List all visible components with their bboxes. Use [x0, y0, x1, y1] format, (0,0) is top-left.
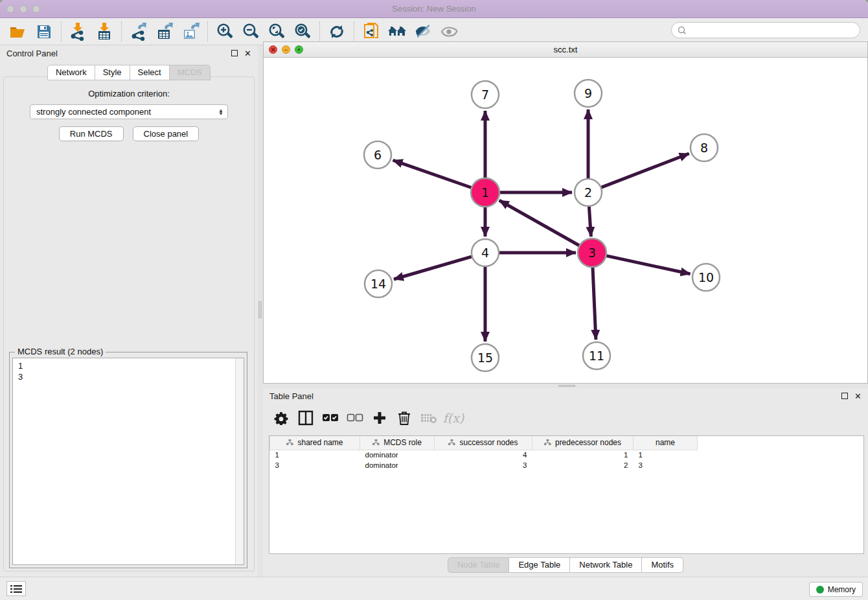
float-panel-button[interactable]	[231, 49, 238, 58]
search-input[interactable]	[671, 22, 860, 38]
vertical-splitter[interactable]	[258, 45, 263, 577]
node-11[interactable]: 11	[583, 342, 610, 369]
export-network-button[interactable]	[126, 20, 152, 43]
tab-edge-table[interactable]: Edge Table	[509, 557, 570, 573]
zoom-selected-button[interactable]	[290, 20, 315, 43]
svg-text:11: 11	[589, 349, 604, 363]
network-graph-canvas[interactable]: 1234678910111415	[264, 58, 867, 383]
zoom-fit-button[interactable]	[264, 20, 290, 43]
float-table-panel-button[interactable]	[841, 392, 848, 400]
criterion-select[interactable]: strongly connected component ▲▼	[30, 104, 228, 119]
zoom-in-button[interactable]	[212, 20, 238, 43]
hide-details-button[interactable]	[410, 20, 436, 43]
run-mcds-button[interactable]: Run MCDS	[59, 126, 124, 141]
add-column-button[interactable]	[368, 407, 391, 429]
cell-shared-name[interactable]: 3	[270, 460, 360, 470]
close-panel-button-bottom[interactable]: Close panel	[133, 126, 200, 141]
tab-mcds[interactable]: MCDS	[170, 65, 211, 80]
tab-select[interactable]: Select	[130, 65, 170, 80]
import-network-button[interactable]	[65, 20, 91, 43]
cell-predecessor-nodes[interactable]: 1	[532, 450, 634, 460]
cell-name[interactable]: 3	[634, 460, 698, 470]
column-label: successor nodes	[459, 438, 518, 447]
node-10[interactable]: 10	[692, 264, 720, 291]
result-scrollbar[interactable]	[235, 358, 244, 564]
cell-shared-name[interactable]: 1	[270, 450, 360, 460]
close-panel-button[interactable]: ✕	[244, 49, 251, 58]
delete-column-button[interactable]	[393, 407, 416, 429]
close-table-panel-button[interactable]: ✕	[854, 392, 862, 400]
refresh-layout-button[interactable]	[324, 20, 350, 43]
column-header-shared-name[interactable]: shared name	[270, 436, 360, 450]
node-6[interactable]: 6	[364, 141, 391, 168]
node-1[interactable]: 1	[471, 178, 499, 207]
zoom-out-button[interactable]	[238, 20, 264, 43]
export-table-button[interactable]	[152, 20, 177, 43]
export-network-icon	[130, 23, 148, 41]
application-window: Session: New Session	[0, 0, 868, 600]
table-options-button[interactable]	[269, 407, 293, 429]
node-15[interactable]: 15	[472, 344, 499, 371]
function-builder-button[interactable]: f(x)	[442, 407, 465, 429]
horizontal-splitter[interactable]	[263, 384, 868, 388]
cell-successor-nodes[interactable]: 4	[435, 450, 532, 460]
node-8[interactable]: 8	[691, 134, 718, 161]
node-2[interactable]: 2	[575, 179, 602, 206]
tab-style[interactable]: Style	[95, 65, 130, 80]
node-7[interactable]: 7	[472, 81, 499, 108]
node-14[interactable]: 14	[365, 270, 392, 297]
edge-3-11[interactable]	[593, 267, 596, 340]
splitter-grip[interactable]	[558, 385, 575, 387]
houses-icon	[387, 24, 407, 40]
tab-network[interactable]: Network	[47, 65, 95, 80]
eye-slash-icon	[414, 23, 432, 40]
cell-successor-nodes[interactable]: 3	[435, 460, 532, 470]
memory-button[interactable]: Memory	[809, 582, 863, 597]
svg-text:10: 10	[698, 270, 714, 284]
tab-node-table[interactable]: Node Table	[448, 557, 510, 573]
cell-predecessor-nodes[interactable]: 2	[532, 460, 634, 470]
cell-mcds-role[interactable]: dominator	[360, 460, 435, 470]
column-header-successor-nodes[interactable]: successor nodes	[435, 436, 532, 450]
tab-motifs[interactable]: Motifs	[642, 557, 683, 573]
cell-mcds-role[interactable]: dominator	[360, 450, 435, 460]
show-column-button[interactable]	[294, 407, 317, 429]
control-panel: Control Panel ✕ NetworkStyleSelectMCDS O…	[0, 45, 258, 577]
export-image-button[interactable]	[177, 20, 203, 43]
node-9[interactable]: 9	[575, 80, 602, 107]
delete-table-icon	[420, 412, 437, 424]
splitter-grip[interactable]	[258, 301, 262, 318]
column-header-mcds-role[interactable]: MCDS role	[360, 436, 435, 450]
node-4[interactable]: 4	[472, 239, 499, 266]
edge-4-14[interactable]	[394, 257, 472, 279]
delete-table-button[interactable]	[417, 407, 440, 429]
column-header-predecessor-nodes[interactable]: predecessor nodes	[532, 436, 634, 450]
window-titlebar[interactable]: Session: New Session	[0, 0, 868, 18]
save-session-button[interactable]	[31, 20, 57, 43]
show-details-button[interactable]	[436, 20, 462, 43]
unchecked-boxes-icon	[347, 413, 363, 423]
edge-2-3[interactable]	[589, 207, 591, 237]
table-row[interactable]: 1dominator411	[270, 450, 698, 460]
edge-2-8[interactable]	[602, 154, 689, 187]
table-row[interactable]: 3dominator323	[270, 460, 698, 470]
select-all-checks-button[interactable]	[319, 407, 342, 429]
network-from-selection-button[interactable]	[358, 20, 384, 43]
toolbar-separator	[319, 21, 320, 42]
node-3[interactable]: 3	[578, 238, 606, 267]
node-table[interactable]: shared nameMCDS rolesuccessor nodesprede…	[269, 435, 864, 554]
edge-1-6[interactable]	[393, 160, 472, 187]
houses-button[interactable]	[384, 20, 410, 43]
open-session-button[interactable]	[5, 20, 31, 43]
result-line: 3	[18, 371, 244, 382]
edge-3-1[interactable]	[499, 200, 580, 246]
task-history-button[interactable]	[6, 581, 26, 596]
import-table-button[interactable]	[91, 20, 117, 43]
network-window-titlebar[interactable]: ✕ − + scc.txt	[264, 42, 867, 58]
edge-3-10[interactable]	[606, 256, 691, 274]
mcds-result-textarea[interactable]: 13	[12, 358, 244, 565]
deselect-all-checks-button[interactable]	[343, 407, 367, 429]
column-header-name[interactable]: name	[634, 436, 698, 450]
tab-network-table[interactable]: Network Table	[570, 557, 642, 573]
cell-name[interactable]: 1	[634, 450, 698, 460]
